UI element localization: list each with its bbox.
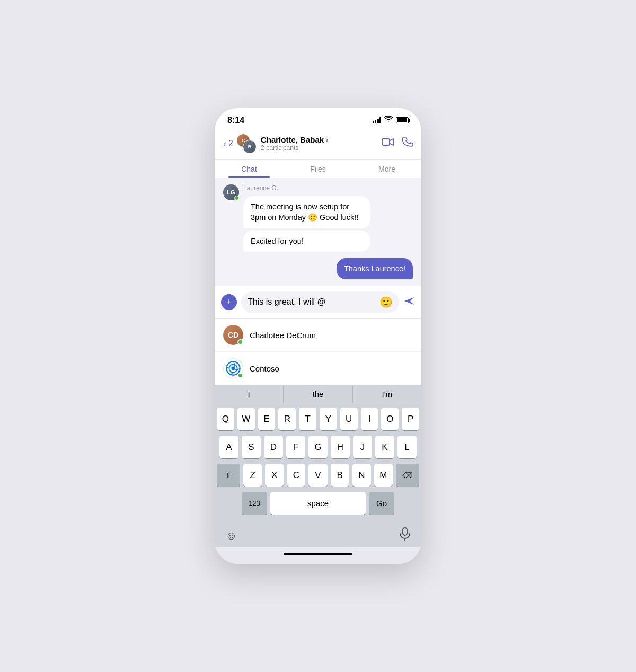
emoji-button[interactable]: 🙂 [379,296,393,308]
group-avatar: C B [236,134,257,154]
key-row-2: A S D F G H J K L [217,436,419,458]
mic-icon[interactable] [399,527,411,544]
phone-call-button[interactable] [402,137,413,150]
back-count: 2 [228,139,233,148]
sender-avatar: LG [223,184,239,200]
keyboard-bottom-bar: ☺ [215,522,421,547]
messages-area: LG Laurence G. The meeting is now setup … [215,178,421,286]
mention-dropdown: CD Charlotee DeCrum Contoso [215,318,421,385]
tab-chat[interactable]: Chat [215,160,284,178]
status-time: 8:14 [227,116,244,125]
sender-row: LG Laurence G. The meeting is now setup … [223,184,413,252]
avatar-babak: B [243,140,257,154]
back-chevron-icon: ‹ [223,139,226,148]
key-row-3: ⇧ Z X C V B N M ⌫ [217,464,419,487]
tab-more[interactable]: More [352,160,421,178]
name-chevron-icon: › [326,136,328,144]
key-R[interactable]: R [278,408,296,430]
numbers-key[interactable]: 123 [242,492,267,515]
chat-header: ‹ 2 C B Charlotte, Babak › 2 participant… [215,129,421,160]
back-button[interactable]: ‹ 2 [223,139,233,148]
battery-icon [396,117,409,123]
video-call-button[interactable] [382,137,394,150]
text-cursor [326,298,327,307]
delete-key[interactable]: ⌫ [396,464,419,487]
charlotee-online-dot [237,339,243,345]
charlotee-avatar: CD [223,325,243,345]
home-indicator [215,547,421,564]
key-H[interactable]: H [331,436,350,458]
signal-bars-icon [373,117,382,123]
key-row-4: 123 space Go [217,492,419,515]
message-input-area: + This is great, I will @ 🙂 [215,286,421,318]
bubble-group: Laurence G. The meeting is now setup for… [243,184,370,252]
contoso-avatar [223,358,243,378]
svg-rect-0 [382,139,390,145]
keys-section: Q W E R T Y U I O P A S D F G H J K [215,403,421,522]
autocomplete-word-3[interactable]: I'm [353,385,421,403]
header-info: Charlotte, Babak › 2 participants [261,135,382,152]
input-text: This is great, I will @ [248,297,326,307]
online-indicator [234,196,239,200]
message-bubble-2: Excited for you! [243,231,370,252]
svg-rect-4 [403,528,407,535]
shift-key[interactable]: ⇧ [217,464,240,487]
contact-name[interactable]: Charlotte, Babak › [261,135,382,144]
key-P[interactable]: P [402,408,419,430]
key-U[interactable]: U [340,408,358,430]
autocomplete-word-2[interactable]: the [284,385,352,403]
key-X[interactable]: X [265,464,284,487]
tab-bar: Chat Files More [215,160,421,178]
wifi-icon [384,116,393,124]
charlotee-name: Charlotee DeCrum [250,331,316,340]
key-N[interactable]: N [352,464,371,487]
sender-name: Laurence G. [243,184,370,192]
key-Y[interactable]: Y [320,408,337,430]
participants-count: 2 participants [261,144,382,152]
key-W[interactable]: W [237,408,255,430]
key-A[interactable]: A [219,436,238,458]
emoji-keyboard-icon[interactable]: ☺ [225,529,237,543]
home-bar [284,553,352,555]
mention-item-charlotee[interactable]: CD Charlotee DeCrum [215,319,421,352]
key-B[interactable]: B [331,464,349,487]
key-E[interactable]: E [258,408,276,430]
autocomplete-bar: I the I'm [215,385,421,403]
key-M[interactable]: M [374,464,393,487]
tab-files[interactable]: Files [284,160,352,178]
key-O[interactable]: O [381,408,399,430]
message-bubble-1: The meeting is now setup for 3pm on Mond… [243,196,370,228]
space-key[interactable]: space [270,492,366,515]
key-S[interactable]: S [242,436,261,458]
key-G[interactable]: G [308,436,328,458]
mention-item-contoso[interactable]: Contoso [215,352,421,385]
key-K[interactable]: K [375,436,394,458]
autocomplete-word-1[interactable]: I [215,385,284,403]
status-icons [373,116,409,124]
key-Z[interactable]: Z [243,464,262,487]
message-bubble-sent: Thanks Laurence! [337,258,413,279]
header-actions [382,137,413,150]
status-bar: 8:14 [215,108,421,129]
go-key[interactable]: Go [369,492,394,515]
message-input-field[interactable]: This is great, I will @ 🙂 [241,291,399,313]
key-F[interactable]: F [286,436,305,458]
attach-button[interactable]: + [221,294,237,310]
key-C[interactable]: C [287,464,305,487]
contoso-online-dot [237,373,243,378]
key-T[interactable]: T [299,408,316,430]
key-D[interactable]: D [264,436,283,458]
send-button[interactable] [403,296,415,309]
phone-frame: 8:14 ‹ 2 C B [215,108,421,564]
key-row-1: Q W E R T Y U I O P [217,408,419,430]
key-L[interactable]: L [398,436,417,458]
key-V[interactable]: V [308,464,327,487]
key-J[interactable]: J [353,436,372,458]
keyboard: I the I'm Q W E R T Y U I O P A S [215,385,421,547]
message-group-received: LG Laurence G. The meeting is now setup … [223,184,413,252]
key-Q[interactable]: Q [217,408,234,430]
sent-message-row: Thanks Laurence! [223,258,413,279]
contoso-name: Contoso [250,364,279,373]
key-I[interactable]: I [361,408,378,430]
